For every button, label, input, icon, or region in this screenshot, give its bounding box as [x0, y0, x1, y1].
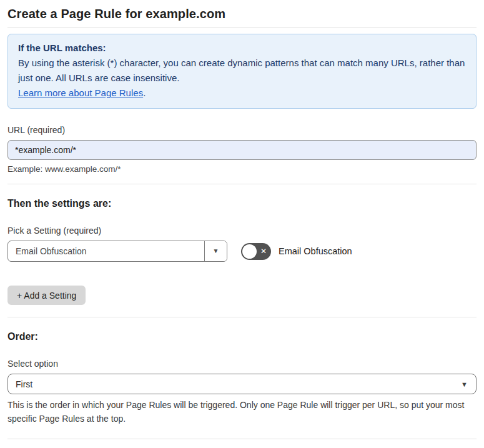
page-title: Create a Page Rule for example.com: [7, 0, 477, 21]
url-matches-info-box: If the URL matches: By using the asteris…: [7, 34, 477, 109]
setting-dropdown-value: Email Obfuscation: [8, 241, 204, 261]
order-section-heading: Order:: [7, 331, 477, 342]
setting-row: Email Obfuscation ▼ ✕ Email Obfuscation: [7, 241, 477, 262]
info-box-heading: If the URL matches:: [18, 41, 466, 56]
url-field-label: URL (required): [7, 125, 477, 135]
setting-dropdown-caret-button[interactable]: ▼: [204, 241, 227, 261]
select-caret-icon: ▼: [461, 381, 468, 387]
email-obfuscation-toggle-group: ✕ Email Obfuscation: [241, 243, 352, 260]
info-box-body: By using the asterisk (*) character, you…: [18, 56, 466, 86]
settings-section-heading: Then the settings are:: [7, 198, 477, 209]
url-input[interactable]: [7, 140, 477, 160]
section-divider: [7, 184, 477, 184]
section-divider: [7, 317, 477, 317]
link-suffix: .: [143, 87, 146, 98]
email-obfuscation-toggle[interactable]: ✕: [241, 243, 271, 260]
info-box-link-line: Learn more about Page Rules.: [18, 86, 466, 101]
learn-more-link[interactable]: Learn more about Page Rules: [18, 87, 143, 98]
order-help-text: This is the order in which your Page Rul…: [7, 398, 477, 426]
footer-divider: [7, 439, 477, 439]
setting-dropdown[interactable]: Email Obfuscation ▼: [7, 241, 227, 262]
chevron-down-icon: ▼: [213, 248, 219, 254]
url-example-text: Example: www.example.com/*: [7, 164, 477, 174]
toggle-off-x-icon: ✕: [260, 247, 267, 255]
create-page-rule-panel: Create a Page Rule for example.com If th…: [0, 0, 484, 448]
toggle-knob: [242, 244, 257, 259]
select-option-label: Select option: [7, 359, 477, 369]
add-setting-button[interactable]: + Add a Setting: [7, 286, 86, 305]
title-divider: [7, 27, 477, 28]
order-select[interactable]: First ▼: [7, 374, 477, 394]
order-select-value: First: [16, 379, 32, 389]
pick-setting-label: Pick a Setting (required): [7, 226, 477, 236]
toggle-label: Email Obfuscation: [279, 246, 352, 256]
